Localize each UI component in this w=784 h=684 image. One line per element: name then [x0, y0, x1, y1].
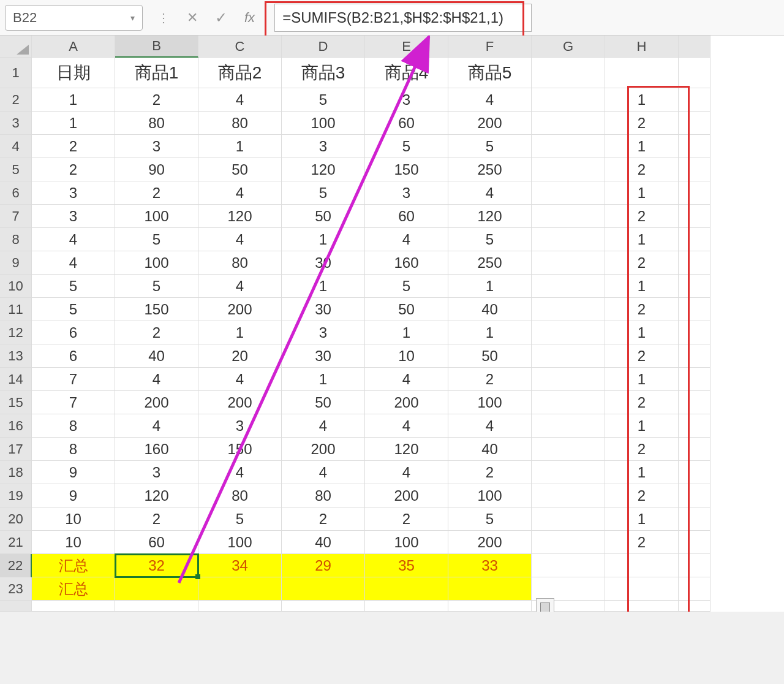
cell-D16[interactable]: 4 [282, 414, 365, 438]
cell-H6[interactable]: 1 [605, 181, 679, 205]
cell-B2[interactable]: 2 [115, 88, 198, 112]
cell-F19[interactable]: 100 [448, 484, 532, 507]
cell-D12[interactable]: 3 [282, 321, 365, 344]
cell-A7[interactable]: 3 [32, 205, 115, 228]
cell-extra-11[interactable] [679, 298, 710, 321]
cell-C22[interactable]: 34 [198, 554, 282, 577]
row-header-9[interactable]: 9 [0, 251, 32, 275]
cell-G9[interactable] [532, 251, 605, 275]
cell-extra-14[interactable] [679, 368, 710, 391]
cell-B11[interactable]: 150 [115, 298, 198, 321]
cell-A12[interactable]: 6 [32, 321, 115, 344]
cell-E19[interactable]: 200 [365, 484, 448, 507]
cell-H16[interactable]: 1 [605, 414, 679, 438]
confirm-icon[interactable]: ✓ [215, 9, 227, 26]
cell-A15[interactable]: 7 [32, 391, 115, 414]
cell-G12[interactable] [532, 321, 605, 344]
cell-extra-9[interactable] [679, 251, 710, 275]
cell-A23[interactable]: 汇总 [32, 577, 115, 601]
cell-G17[interactable] [532, 438, 605, 461]
row-header-11[interactable]: 11 [0, 298, 32, 321]
col-header-D[interactable]: D [282, 36, 365, 58]
cell-A24[interactable] [32, 601, 115, 612]
paste-options-icon[interactable] [536, 598, 554, 612]
cell-G2[interactable] [532, 88, 605, 112]
cell-H11[interactable]: 2 [605, 298, 679, 321]
cell-extra-12[interactable] [679, 321, 710, 344]
row-header-12[interactable]: 12 [0, 321, 32, 344]
cell-G5[interactable] [532, 158, 605, 181]
col-header-C[interactable]: C [198, 36, 282, 58]
row-header-14[interactable]: 14 [0, 368, 32, 391]
cell-A8[interactable]: 4 [32, 228, 115, 251]
cell-G6[interactable] [532, 181, 605, 205]
cell-extra-17[interactable] [679, 438, 710, 461]
name-box-dropdown-icon[interactable]: ▾ [130, 13, 135, 23]
cell-B8[interactable]: 5 [115, 228, 198, 251]
cell-H10[interactable]: 1 [605, 275, 679, 298]
cell-C2[interactable]: 4 [198, 88, 282, 112]
cell-G22[interactable] [532, 554, 605, 577]
cell-B15[interactable]: 200 [115, 391, 198, 414]
cell-extra-18[interactable] [679, 461, 710, 484]
cell-D23[interactable] [282, 577, 365, 601]
row-header-20[interactable]: 20 [0, 507, 32, 531]
row-header-21[interactable]: 21 [0, 531, 32, 554]
cell-extra-24[interactable] [679, 601, 710, 612]
cell-C7[interactable]: 120 [198, 205, 282, 228]
cell-D24[interactable] [282, 601, 365, 612]
cell-extra-6[interactable] [679, 181, 710, 205]
cell-D8[interactable]: 1 [282, 228, 365, 251]
cell-F18[interactable]: 2 [448, 461, 532, 484]
cell-B22[interactable]: 32 [115, 554, 198, 577]
col-header-B[interactable]: B [115, 36, 198, 58]
cell-C6[interactable]: 4 [198, 181, 282, 205]
cell-C13[interactable]: 20 [198, 344, 282, 368]
cell-A1[interactable]: 日期 [32, 58, 115, 88]
cell-F6[interactable]: 4 [448, 181, 532, 205]
cell-C11[interactable]: 200 [198, 298, 282, 321]
cell-D13[interactable]: 30 [282, 344, 365, 368]
row-header-10[interactable]: 10 [0, 275, 32, 298]
cell-extra-13[interactable] [679, 344, 710, 368]
cell-B13[interactable]: 40 [115, 344, 198, 368]
cell-C8[interactable]: 4 [198, 228, 282, 251]
cell-B9[interactable]: 100 [115, 251, 198, 275]
cell-G11[interactable] [532, 298, 605, 321]
col-header-E[interactable]: E [365, 36, 448, 58]
cell-C5[interactable]: 50 [198, 158, 282, 181]
cell-D17[interactable]: 200 [282, 438, 365, 461]
cell-B5[interactable]: 90 [115, 158, 198, 181]
cell-extra-2[interactable] [679, 88, 710, 112]
cell-extra-10[interactable] [679, 275, 710, 298]
cell-extra-22[interactable] [679, 554, 710, 577]
cell-G13[interactable] [532, 344, 605, 368]
cell-F14[interactable]: 2 [448, 368, 532, 391]
cell-A4[interactable]: 2 [32, 135, 115, 158]
row-header-1[interactable]: 1 [0, 58, 32, 88]
cell-F2[interactable]: 4 [448, 88, 532, 112]
cell-extra-15[interactable] [679, 391, 710, 414]
cell-F12[interactable]: 1 [448, 321, 532, 344]
cell-F22[interactable]: 33 [448, 554, 532, 577]
cell-E2[interactable]: 3 [365, 88, 448, 112]
cell-F23[interactable] [448, 577, 532, 601]
cell-E1[interactable]: 商品4 [365, 58, 448, 88]
formula-input[interactable]: =SUMIFS(B2:B21,$H$2:$H$21,1) [274, 4, 532, 32]
row-header-19[interactable]: 19 [0, 484, 32, 507]
cell-A11[interactable]: 5 [32, 298, 115, 321]
col-header-F[interactable]: F [448, 36, 532, 58]
cell-B24[interactable] [115, 601, 198, 612]
cell-H23[interactable] [605, 577, 679, 601]
cell-C18[interactable]: 4 [198, 461, 282, 484]
cell-B14[interactable]: 4 [115, 368, 198, 391]
cell-G21[interactable] [532, 531, 605, 554]
cell-extra-3[interactable] [679, 112, 710, 135]
cell-E16[interactable]: 4 [365, 414, 448, 438]
cell-extra-7[interactable] [679, 205, 710, 228]
cell-C12[interactable]: 1 [198, 321, 282, 344]
cell-F3[interactable]: 200 [448, 112, 532, 135]
cell-B19[interactable]: 120 [115, 484, 198, 507]
cell-E23[interactable] [365, 577, 448, 601]
cell-E15[interactable]: 200 [365, 391, 448, 414]
